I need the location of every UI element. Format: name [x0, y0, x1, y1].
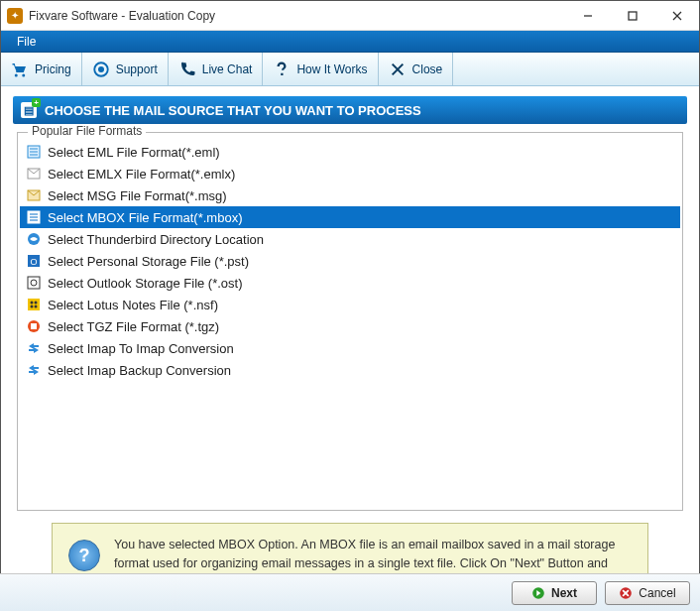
list-item-label: Select Personal Storage File (*.pst): [48, 254, 249, 269]
emlx-file-icon: [26, 166, 42, 182]
svg-rect-23: [28, 299, 40, 310]
support-icon: [92, 61, 110, 78]
titlebar: ✦ Fixvare Software - Evaluation Copy: [1, 1, 699, 31]
svg-point-5: [98, 66, 104, 72]
footer: Next Cancel: [0, 573, 700, 611]
pricing-label: Pricing: [35, 62, 71, 76]
main-stage: ▤ CHOOSE THE MAIL SOURCE THAT YOU WANT T…: [1, 86, 699, 611]
list-item-label: Select Outlook Storage File (*.ost): [48, 276, 243, 291]
minimize-button[interactable]: [565, 1, 610, 31]
svg-point-27: [35, 306, 38, 308]
svg-rect-21: [28, 277, 40, 289]
list-item-label: Select Imap To Imap Conversion: [48, 341, 234, 356]
close-window-button[interactable]: [654, 1, 699, 31]
group-legend: Popular File Formats: [28, 124, 146, 138]
close-app-button[interactable]: Close: [379, 53, 454, 85]
howitworks-button[interactable]: How It Works: [263, 53, 378, 85]
list-item[interactable]: Select TGZ File Format (*.tgz): [20, 315, 680, 337]
svg-point-25: [35, 302, 38, 305]
mbox-file-icon: [26, 209, 42, 225]
list-item[interactable]: O Select Personal Storage File (*.pst): [20, 250, 680, 272]
section-header: ▤ CHOOSE THE MAIL SOURCE THAT YOU WANT T…: [13, 96, 687, 124]
imap-backup-icon: [26, 362, 42, 378]
pricing-button[interactable]: Pricing: [1, 53, 82, 85]
section-header-title: CHOOSE THE MAIL SOURCE THAT YOU WANT TO …: [45, 103, 421, 118]
svg-point-26: [31, 306, 34, 308]
list-item-label: Select Imap Backup Conversion: [48, 363, 231, 378]
svg-rect-29: [31, 323, 37, 329]
svg-point-24: [31, 302, 34, 305]
cart-icon: [11, 61, 29, 78]
phone-icon: [178, 61, 196, 78]
cancel-label: Cancel: [639, 586, 675, 600]
list-item-label: Select EML File Format(*.eml): [48, 145, 220, 160]
next-arrow-icon: [531, 586, 545, 600]
close-icon: [672, 11, 682, 21]
tgz-file-icon: [26, 318, 42, 334]
ost-file-icon: [26, 275, 42, 291]
livechat-button[interactable]: Live Chat: [169, 53, 264, 85]
list-item-label: Select MSG File Format(*.msg): [48, 188, 227, 203]
support-label: Support: [116, 62, 158, 76]
howitworks-label: How It Works: [296, 62, 367, 76]
list-item-label: Select Lotus Notes File (*.nsf): [48, 298, 218, 312]
close-label: Close: [412, 62, 443, 76]
eml-file-icon: [26, 144, 42, 160]
cancel-button[interactable]: Cancel: [605, 581, 690, 605]
thunderbird-icon: [26, 231, 42, 247]
list-item[interactable]: Select Outlook Storage File (*.ost): [20, 272, 680, 294]
file-formats-group: Popular File Formats Select EML File For…: [17, 132, 683, 511]
app-logo-icon: ✦: [7, 8, 23, 24]
info-question-icon: ?: [68, 540, 100, 571]
list-item[interactable]: Select EML File Format(*.eml): [20, 141, 680, 163]
toolbar: Pricing Support Live Chat How It Works C…: [1, 53, 699, 86]
cancel-stop-icon: [619, 586, 633, 600]
support-button[interactable]: Support: [82, 53, 169, 85]
list-item-label: Select EMLX File Format(*.emlx): [48, 167, 235, 182]
document-add-icon: ▤: [21, 102, 37, 118]
maximize-icon: [628, 11, 638, 21]
maximize-button[interactable]: [610, 1, 654, 31]
msg-file-icon: [26, 187, 42, 203]
menu-file[interactable]: File: [9, 33, 44, 51]
window-title: Fixvare Software - Evaluation Copy: [29, 9, 565, 23]
close-x-icon: [389, 61, 407, 78]
list-item-label: Select Thunderbird Directory Location: [48, 232, 264, 247]
imap-sync-icon: [26, 340, 42, 356]
question-icon: [273, 61, 291, 78]
list-item-label: Select TGZ File Format (*.tgz): [48, 319, 219, 334]
nsf-file-icon: [26, 297, 42, 312]
list-item[interactable]: Select Lotus Notes File (*.nsf): [20, 294, 680, 315]
next-label: Next: [551, 586, 577, 600]
svg-rect-1: [629, 12, 637, 20]
list-item-label: Select MBOX File Format(*.mbox): [48, 210, 243, 225]
svg-text:O: O: [30, 257, 37, 267]
next-button[interactable]: Next: [512, 581, 597, 605]
list-item[interactable]: Select Imap Backup Conversion: [20, 359, 680, 381]
menubar: File: [1, 31, 699, 53]
list-item[interactable]: Select MSG File Format(*.msg): [20, 184, 680, 206]
list-item[interactable]: Select EMLX File Format(*.emlx): [20, 163, 680, 184]
list-item[interactable]: Select Thunderbird Directory Location: [20, 228, 680, 250]
format-list: Select EML File Format(*.eml) Select EML…: [20, 141, 680, 381]
list-item[interactable]: Select MBOX File Format(*.mbox): [20, 206, 680, 228]
livechat-label: Live Chat: [202, 62, 253, 76]
list-item[interactable]: Select Imap To Imap Conversion: [20, 337, 680, 359]
minimize-icon: [583, 11, 593, 21]
pst-file-icon: O: [26, 253, 42, 269]
